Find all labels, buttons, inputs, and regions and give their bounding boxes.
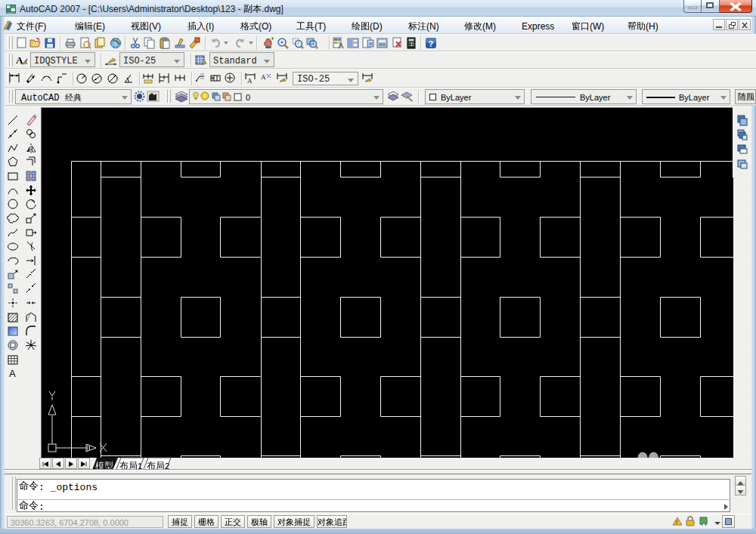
- svg-text:!: !: [676, 519, 677, 526]
- svg-text:0: 0: [246, 93, 250, 102]
- svg-text:?: ?: [429, 39, 434, 48]
- svg-text:A: A: [261, 73, 266, 81]
- svg-text:A: A: [247, 77, 253, 85]
- svg-text:A: A: [9, 368, 16, 379]
